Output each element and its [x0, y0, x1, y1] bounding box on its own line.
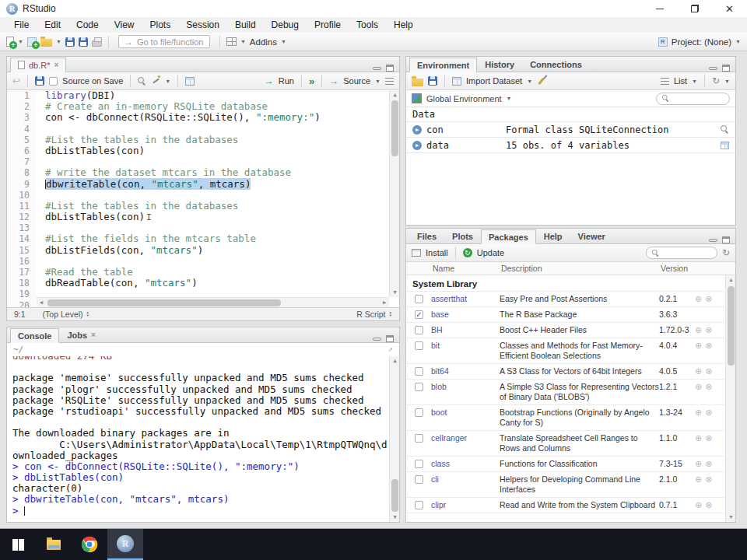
environment-object-row[interactable]: conFormal class SQLiteConnection — [406, 122, 735, 138]
package-website-icon[interactable]: ⊕ — [695, 459, 705, 468]
inspect-object-icon[interactable] — [721, 125, 729, 134]
editor-line[interactable]: 13 — [7, 222, 399, 233]
import-dataset-dropdown-icon[interactable] — [527, 79, 532, 84]
editor-line[interactable]: 3con <- dbConnect(RSQLite::SQLite(), ":m… — [7, 112, 399, 123]
packages-search-input[interactable] — [646, 247, 717, 259]
menu-edit[interactable]: Edit — [37, 18, 68, 32]
menu-code[interactable]: Code — [68, 18, 107, 32]
document-outline-icon[interactable] — [385, 78, 394, 85]
scroll-up-icon[interactable]: ▲ — [726, 276, 735, 284]
minimize-pane-icon[interactable] — [709, 239, 717, 242]
package-loaded-checkbox[interactable] — [415, 460, 423, 468]
new-project-icon[interactable] — [27, 37, 37, 47]
scroll-up-icon[interactable]: ▲ — [390, 357, 399, 365]
scrollbar-thumb[interactable] — [391, 479, 398, 512]
scroll-down-icon[interactable]: ▼ — [390, 289, 399, 296]
menu-tools[interactable]: Tools — [349, 18, 386, 32]
tab-jobs[interactable]: Jobs — [59, 327, 103, 342]
minimize-pane-icon[interactable] — [709, 67, 717, 70]
package-name-link[interactable]: blob — [431, 382, 500, 392]
environment-scope-selector[interactable]: Global Environment — [426, 94, 502, 103]
package-name-link[interactable]: clipr — [431, 500, 500, 510]
package-remove-icon[interactable]: ⊗ — [705, 500, 715, 509]
scroll-up-icon[interactable]: ▲ — [390, 91, 399, 99]
scrollbar-thumb[interactable] — [728, 286, 735, 366]
tab-environment[interactable]: Environment — [409, 58, 477, 72]
package-website-icon[interactable]: ⊕ — [695, 474, 705, 484]
editor-line[interactable]: 17#Read the table — [7, 267, 399, 278]
save-icon[interactable] — [65, 37, 75, 47]
menu-profile[interactable]: Profile — [307, 18, 349, 32]
package-loaded-checkbox[interactable] — [415, 408, 423, 417]
package-loaded-checkbox[interactable] — [415, 475, 423, 484]
package-remove-icon[interactable]: ⊗ — [705, 294, 715, 303]
update-button[interactable]: Update — [477, 248, 504, 257]
tab-viewer[interactable]: Viewer — [570, 229, 613, 243]
package-row[interactable]: bitClasses and Methods for Fast Memory-E… — [406, 338, 724, 364]
package-website-icon[interactable]: ⊕ — [695, 408, 705, 417]
rerun-icon[interactable] — [309, 76, 314, 86]
expand-object-icon[interactable] — [412, 141, 422, 150]
scrollbar-thumb[interactable] — [47, 299, 281, 306]
addins-button[interactable]: Addins — [250, 37, 277, 47]
tab-close-icon[interactable] — [91, 331, 96, 339]
run-button[interactable]: Run — [279, 76, 294, 86]
package-website-icon[interactable]: ⊕ — [695, 294, 705, 303]
package-remove-icon[interactable]: ⊗ — [705, 341, 715, 350]
clear-workspace-icon[interactable] — [538, 78, 545, 85]
menu-build[interactable]: Build — [227, 18, 264, 32]
package-name-link[interactable]: cellranger — [431, 433, 500, 443]
project-menu[interactable]: Project: (None) — [672, 37, 731, 47]
update-icon[interactable] — [463, 248, 472, 257]
column-description[interactable]: Description — [501, 264, 661, 273]
packages-vscrollbar[interactable]: ▲ ▼ — [725, 275, 735, 522]
minimize-pane-icon[interactable] — [373, 338, 381, 341]
chrome-button[interactable] — [72, 529, 107, 560]
package-loaded-checkbox[interactable] — [415, 383, 423, 391]
scope-dropdown-icon[interactable] — [507, 96, 512, 101]
editor-line[interactable]: 4 — [7, 124, 399, 135]
save-all-icon[interactable] — [79, 37, 88, 47]
open-file-dropdown-icon[interactable] — [56, 39, 61, 44]
tab-plots[interactable]: Plots — [444, 229, 481, 243]
package-row[interactable]: bit64A S3 Class for Vectors of 64bit Int… — [406, 364, 724, 380]
package-row[interactable]: assertthatEasy Pre and Post Assertions0.… — [406, 292, 724, 307]
refresh-icon[interactable] — [712, 76, 720, 86]
package-remove-icon[interactable]: ⊗ — [705, 433, 715, 443]
start-button[interactable] — [0, 529, 36, 560]
package-name-link[interactable]: class — [431, 459, 500, 469]
maximize-pane-icon[interactable] — [722, 65, 730, 72]
view-data-icon[interactable] — [721, 142, 729, 149]
addins-dropdown-icon[interactable] — [281, 39, 286, 44]
package-remove-icon[interactable]: ⊗ — [705, 366, 715, 376]
editor-line[interactable]: 12dbListTables(con)I — [7, 212, 399, 222]
maximize-pane-icon[interactable] — [722, 236, 730, 243]
scope-selector[interactable]: (Top Level) — [43, 310, 83, 319]
editor-line[interactable]: 2# Create an in-memory RSQLite database — [7, 101, 399, 112]
source-dropdown-icon[interactable] — [375, 79, 381, 84]
scroll-left-icon[interactable]: ◀ — [37, 297, 46, 307]
compile-report-icon[interactable] — [185, 77, 195, 86]
editor-line[interactable]: 1library(DBI) — [7, 90, 399, 101]
menu-file[interactable]: File — [6, 18, 37, 32]
package-name-link[interactable]: BH — [431, 325, 500, 335]
close-button[interactable]: ✕ — [712, 0, 747, 17]
editor-line[interactable]: 6dbListTables(con) — [7, 145, 399, 156]
package-loaded-checkbox[interactable] — [415, 341, 423, 350]
pane-layout-dropdown-icon[interactable] — [240, 39, 246, 44]
package-loaded-checkbox[interactable] — [415, 367, 423, 376]
package-row[interactable]: ✓baseThe R Base Package3.6.3 — [406, 307, 724, 323]
tab-history[interactable]: History — [477, 57, 522, 72]
scroll-down-icon[interactable]: ▼ — [390, 513, 399, 521]
list-view-button[interactable]: List — [674, 76, 687, 86]
package-website-icon[interactable]: ⊕ — [695, 325, 705, 334]
expand-object-icon[interactable] — [412, 125, 422, 135]
restore-button[interactable] — [677, 0, 712, 17]
package-name-link[interactable]: boot — [431, 408, 500, 418]
editor-line[interactable]: 8# write the dataset mtcars in the datab… — [7, 167, 399, 178]
import-dataset-button[interactable]: Import Dataset — [466, 76, 522, 86]
package-loaded-checkbox[interactable] — [415, 326, 423, 334]
editor-line[interactable]: 9dbwriteTable(con, "mtcars", mtcars) — [7, 179, 399, 190]
package-row[interactable]: cliprRead and Write from the System Clip… — [406, 498, 724, 513]
editor-line[interactable]: 7 — [7, 156, 399, 167]
